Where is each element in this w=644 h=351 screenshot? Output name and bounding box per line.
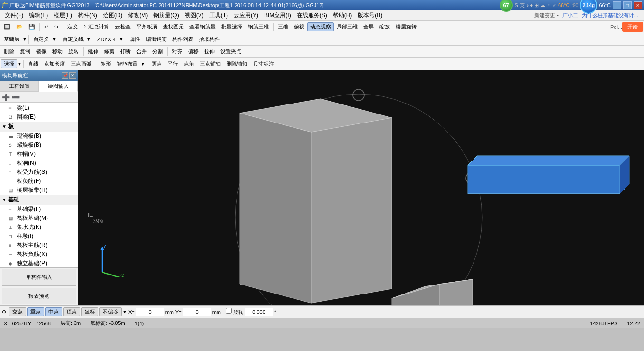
- menu-cloud[interactable]: 云应用(Y): [231, 10, 261, 20]
- btn-single-input[interactable]: 单构件输入: [2, 269, 76, 286]
- tb-2pt[interactable]: 两点: [149, 59, 165, 68]
- tb-join[interactable]: 合并: [133, 47, 150, 56]
- tree-item-圈梁(E)[interactable]: Ω圈梁(E): [0, 113, 78, 122]
- tb-grip[interactable]: 设置夹点: [218, 47, 244, 56]
- tree-item-集水坑(K)[interactable]: ⊥集水坑(K): [0, 223, 78, 232]
- tb-dynamic-obs[interactable]: 动态观察: [307, 22, 334, 31]
- menu-version[interactable]: 版本号(B): [355, 10, 385, 20]
- tb-angle[interactable]: 点角: [181, 59, 197, 68]
- tb-rect[interactable]: 矩形: [98, 59, 114, 68]
- tb-undo[interactable]: ↩: [41, 23, 51, 31]
- title-btn-max[interactable]: □: [623, 1, 632, 9]
- tb-delete[interactable]: 删除: [1, 47, 17, 56]
- x-input[interactable]: [136, 308, 164, 316]
- tb-new[interactable]: 🔲: [1, 23, 13, 31]
- tree-item-螺旋板(B)[interactable]: S螺旋板(B): [0, 141, 78, 150]
- y-input[interactable]: [183, 308, 211, 316]
- btn-report[interactable]: 报表预览: [2, 288, 76, 305]
- tb-pick-comp[interactable]: 拾取构件: [196, 35, 223, 44]
- snap-dingdian[interactable]: 顶点: [63, 307, 80, 316]
- tb-properties[interactable]: 属性: [127, 35, 143, 44]
- menu-rebar[interactable]: 钢筋量(Q): [151, 10, 181, 20]
- tb-split[interactable]: 分割: [150, 47, 166, 56]
- tb-extend[interactable]: 延伸: [85, 47, 101, 56]
- notif-link[interactable]: 为什么桩形基础没有计...: [582, 12, 638, 19]
- tb-top-view[interactable]: 俯视: [291, 22, 307, 31]
- tb-custom-label[interactable]: 自定义: [30, 35, 52, 44]
- tb-copy[interactable]: 复制: [17, 47, 33, 56]
- menu-edit[interactable]: 编辑(E): [26, 10, 51, 20]
- tree-item-筏板负筋(X)[interactable]: ⊣筏板负筋(X): [0, 250, 78, 259]
- tb-comp-list[interactable]: 构件列表: [170, 35, 196, 44]
- tb-3pt-arc[interactable]: 三点画弧: [68, 59, 95, 68]
- notif-newchange[interactable]: 新建变更 •: [534, 12, 559, 19]
- tb-move[interactable]: 移动: [49, 47, 66, 56]
- menu-tools[interactable]: 工具(T): [207, 10, 231, 20]
- tb-custom-axis[interactable]: 自定义线: [60, 35, 86, 44]
- tb-start[interactable]: 开始: [622, 22, 643, 32]
- snap-zuobiao[interactable]: 坐标: [81, 307, 98, 316]
- panel-tb-minus[interactable]: ➖: [12, 94, 20, 101]
- tb-draw-select[interactable]: 选择: [1, 59, 17, 68]
- tab-draw-input[interactable]: 绘图输入: [39, 81, 78, 92]
- tb-rebar-3d[interactable]: 钢筋三维: [245, 22, 272, 31]
- tree-item-筏板基础(M)[interactable]: ▦筏板基础(M): [0, 214, 78, 223]
- tree-item-板负筋(F)[interactable]: ⊣板负筋(F): [0, 177, 78, 186]
- tree-item-板洞(N)[interactable]: □板洞(N): [0, 159, 78, 168]
- tb-mirror[interactable]: 镜像: [33, 47, 49, 56]
- tb-view-rebar[interactable]: 查看钢筋量: [187, 22, 218, 31]
- tree-group-基础[interactable]: ▼基础: [0, 195, 78, 205]
- tb-line[interactable]: 直线: [25, 59, 41, 68]
- tab-project-settings[interactable]: 工程设置: [0, 81, 39, 92]
- menu-modify[interactable]: 修改(M): [125, 10, 151, 20]
- tb-batch-sel[interactable]: 批量选择: [218, 22, 245, 31]
- tb-del-aux[interactable]: 删除辅轴: [224, 59, 250, 68]
- tree-group-板[interactable]: ▼板: [0, 122, 78, 132]
- tb-save[interactable]: 💾: [26, 23, 38, 31]
- tb-offset[interactable]: 偏移: [185, 47, 201, 56]
- tb-3pt-aux[interactable]: 三点辅轴: [197, 59, 224, 68]
- snap-zhongxin[interactable]: 中点: [45, 307, 62, 316]
- rotate-checkbox[interactable]: [226, 308, 232, 314]
- tb-parallel[interactable]: 平行: [165, 59, 181, 68]
- tb-zoom[interactable]: 缩放: [377, 22, 393, 31]
- snap-bupian[interactable]: 不偏移: [99, 307, 122, 316]
- tb-zone[interactable]: ZDYX-4: [95, 36, 119, 43]
- title-btn-min[interactable]: —: [613, 1, 621, 9]
- title-btn-close[interactable]: ✕: [634, 1, 642, 9]
- tb-rotate[interactable]: 旋转: [66, 47, 82, 56]
- menu-online[interactable]: 在线服务(S): [294, 10, 330, 20]
- tree-item-柱墩(I)[interactable]: ⊓柱墩(I): [0, 232, 78, 241]
- tb-redo[interactable]: ↪: [51, 23, 61, 31]
- tree-item-板受力筋(S)[interactable]: ≡板受力筋(S): [0, 168, 78, 177]
- tb-open[interactable]: 📂: [13, 23, 26, 31]
- tb-floor-rotate[interactable]: 楼层旋转: [393, 22, 419, 31]
- tb-find-elem[interactable]: 查找图元: [160, 22, 187, 31]
- tb-fullscreen[interactable]: 全屏: [360, 22, 377, 31]
- tb-point-len[interactable]: 点加长度: [41, 59, 68, 68]
- tree-item-基础梁(F)[interactable]: ━基础梁(F): [0, 205, 78, 214]
- tb-cloud-check[interactable]: 云检查: [112, 22, 133, 31]
- menu-bim[interactable]: BIM应用(I): [261, 10, 294, 20]
- snap-zhongdian[interactable]: 重点: [27, 307, 44, 316]
- menu-help[interactable]: 帮助(H): [330, 10, 355, 20]
- tb-edit-rebar[interactable]: 编辑钢筋: [143, 35, 170, 44]
- tree-item-筏板主筋(R)[interactable]: ≡筏板主筋(R): [0, 241, 78, 250]
- tree-item-梁(L)[interactable]: ━梁(L): [0, 104, 78, 113]
- panel-pin[interactable]: 📌: [62, 72, 68, 79]
- tree-item-现浇板(B)[interactable]: ▬现浇板(B): [0, 132, 78, 141]
- tb-dim[interactable]: 尺寸标注: [250, 59, 277, 68]
- tb-align[interactable]: 对齐: [169, 47, 185, 56]
- panel-close[interactable]: ✕: [69, 72, 76, 79]
- panel-tb-plus[interactable]: ➕: [2, 94, 10, 101]
- rotate-input[interactable]: [245, 308, 273, 316]
- tb-level-top[interactable]: 平齐板顶: [133, 22, 160, 31]
- tb-trim[interactable]: 修剪: [101, 47, 117, 56]
- tree-item-柱帽(V)[interactable]: ⊤柱帽(V): [0, 150, 78, 159]
- menu-view[interactable]: 视图(V): [182, 10, 207, 20]
- tb-smart-layout[interactable]: 智能布置: [114, 59, 141, 68]
- tb-total[interactable]: Σ 汇总计算: [81, 22, 112, 31]
- tb-break[interactable]: 打断: [117, 47, 133, 56]
- tb-stretch[interactable]: 拉伸: [201, 47, 218, 56]
- menu-component[interactable]: 构件(N): [75, 10, 100, 20]
